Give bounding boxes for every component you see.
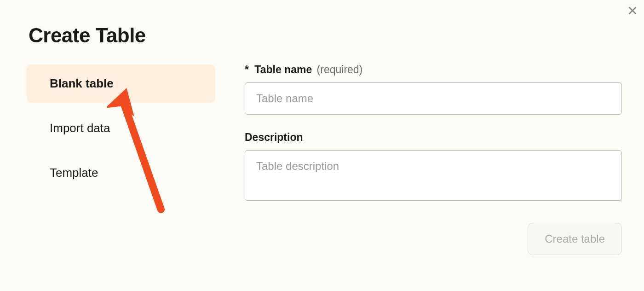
- table-name-input[interactable]: [245, 82, 622, 115]
- sidebar-item-label: Template: [50, 166, 98, 180]
- sidebar-item-label: Blank table: [50, 76, 114, 91]
- sidebar-item-template[interactable]: Template: [27, 154, 215, 192]
- modal-title: Create Table: [29, 24, 146, 47]
- table-name-field-group: * Table name (required): [245, 64, 622, 115]
- create-table-form: * Table name (required) Description Crea…: [245, 64, 622, 255]
- description-input[interactable]: [245, 150, 622, 201]
- table-name-label-text: Table name: [254, 64, 312, 76]
- required-asterisk: *: [245, 64, 249, 76]
- description-label-text: Description: [245, 131, 303, 143]
- table-name-label: * Table name (required): [245, 64, 622, 76]
- description-field-group: Description: [245, 131, 622, 203]
- sidebar-item-label: Import data: [50, 121, 110, 135]
- description-label: Description: [245, 131, 622, 144]
- close-button[interactable]: [626, 4, 639, 17]
- sidebar-item-import-data[interactable]: Import data: [27, 109, 215, 147]
- sidebar-item-blank-table[interactable]: Blank table: [27, 64, 215, 103]
- table-name-hint: (required): [317, 64, 363, 76]
- close-icon: [627, 6, 638, 16]
- create-table-button[interactable]: Create table: [528, 223, 622, 255]
- create-table-sidebar: Blank table Import data Template: [27, 64, 215, 198]
